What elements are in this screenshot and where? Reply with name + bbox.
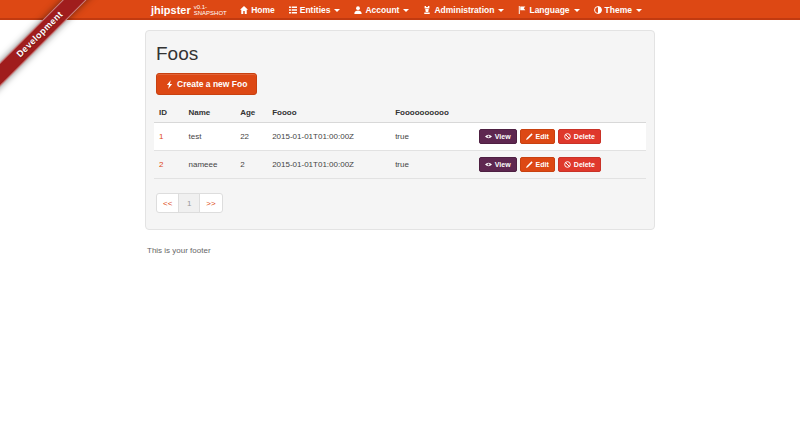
footer-text: This is your footer [145,246,655,255]
edit-label: Edit [536,133,549,140]
pagination: << 1 >> [156,193,223,213]
header-name: Name [184,104,236,123]
view-label: View [495,133,511,140]
cell-datetime: 2015-01-01T01:00:00Z [267,123,390,151]
header-foooooooooo: Foooooooooo [390,104,474,123]
pencil-icon [526,133,533,140]
header-id: ID [154,104,184,123]
chevron-down-icon [498,9,504,12]
nav-item-entities[interactable]: Entities [282,0,348,20]
page-title: Foos [156,43,646,65]
flag-icon [518,6,526,14]
brand-name: jhipster [151,0,191,20]
nav-item-label: Administration [434,5,494,15]
pagination-first-button[interactable]: << [156,193,179,213]
nav-item-account[interactable]: Account [347,0,416,20]
eye-icon [485,133,492,140]
pagination-last-button[interactable]: >> [199,193,222,213]
table-row: 1 test 22 2015-01-01T01:00:00Z true View [154,123,646,151]
cell-age: 2 [235,151,267,179]
tower-icon [423,6,431,14]
bolt-icon [166,80,173,89]
content-panel: Foos Create a new Foo ID Name Age Foooo … [145,30,655,230]
edit-label: Edit [536,161,549,168]
nav-item-label: Account [365,5,399,15]
pencil-icon [526,161,533,168]
nav-item-label: Entities [300,5,331,15]
brand-link[interactable]: jhipster v0.1-SNAPSHOT [151,0,233,20]
delete-label: Delete [574,133,595,140]
chevron-down-icon [574,9,580,12]
cell-datetime: 2015-01-01T01:00:00Z [267,151,390,179]
top-navbar: jhipster v0.1-SNAPSHOT Home Entities [0,0,800,20]
edit-button[interactable]: Edit [520,157,555,172]
remove-circle-icon [564,161,571,168]
nav-item-label: Theme [605,5,632,15]
list-icon [289,6,297,14]
create-foo-label: Create a new Foo [177,79,247,89]
remove-circle-icon [564,133,571,140]
home-icon [240,6,248,14]
table-row: 2 nameee 2 2015-01-01T01:00:00Z true Vie… [154,151,646,179]
view-button[interactable]: View [479,129,517,144]
nav-item-label: Home [251,5,275,15]
table-header-row: ID Name Age Foooo Foooooooooo [154,104,646,123]
chevron-down-icon [334,9,340,12]
delete-button[interactable]: Delete [558,157,601,172]
row-id-link[interactable]: 2 [159,160,163,169]
cell-age: 22 [235,123,267,151]
header-foooo: Foooo [267,104,390,123]
create-foo-button[interactable]: Create a new Foo [156,73,257,95]
chevron-down-icon [636,9,642,12]
user-icon [354,6,362,14]
chevron-down-icon [403,9,409,12]
nav-item-label: Language [529,5,569,15]
view-label: View [495,161,511,168]
adjust-contrast-icon [594,6,602,14]
cell-name: nameee [184,151,236,179]
nav-item-theme[interactable]: Theme [587,0,649,20]
eye-icon [485,161,492,168]
navbar-menu: Home Entities Account Adminis [233,0,649,20]
delete-button[interactable]: Delete [558,129,601,144]
view-button[interactable]: View [479,157,517,172]
nav-item-language[interactable]: Language [511,0,586,20]
cell-bool: true [390,151,474,179]
row-id-link[interactable]: 1 [159,132,163,141]
nav-item-administration[interactable]: Administration [416,0,511,20]
nav-item-home[interactable]: Home [233,0,282,20]
pagination-current-page[interactable]: 1 [178,193,200,213]
cell-name: test [184,123,236,151]
cell-bool: true [390,123,474,151]
delete-label: Delete [574,161,595,168]
header-actions [474,104,646,123]
header-age: Age [235,104,267,123]
edit-button[interactable]: Edit [520,129,555,144]
foo-table: ID Name Age Foooo Foooooooooo 1 test 22 … [154,104,646,179]
brand-version: v0.1-SNAPSHOT [194,4,233,16]
